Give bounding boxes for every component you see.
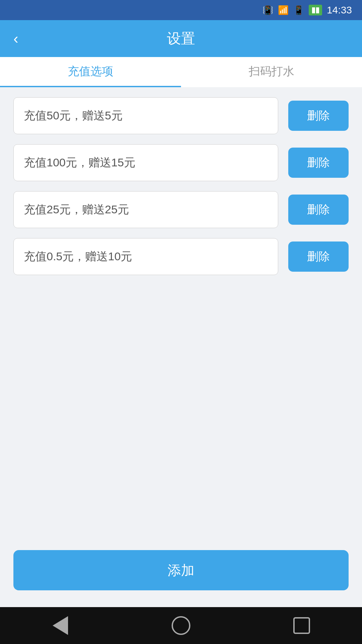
recharge-row-1: 充值50元，赠送5元 删除 bbox=[13, 97, 349, 134]
recharge-row-4: 充值0.5元，赠送10元 删除 bbox=[13, 238, 349, 275]
back-button[interactable]: ‹ bbox=[13, 31, 18, 46]
content-spacer bbox=[13, 285, 349, 540]
add-button-container: 添加 bbox=[0, 550, 362, 607]
tab-scan[interactable]: 扫码打水 bbox=[181, 57, 362, 87]
content-area: 充值50元，赠送5元 删除 充值100元，赠送15元 删除 充值25元，赠送25… bbox=[0, 87, 362, 550]
recharge-input-2[interactable]: 充值100元，赠送15元 bbox=[13, 144, 278, 181]
wifi-icon: 📶 bbox=[278, 5, 289, 15]
nav-recents-button[interactable] bbox=[290, 614, 313, 637]
nav-home-button[interactable] bbox=[169, 614, 193, 637]
bottom-nav bbox=[0, 607, 362, 644]
page-title: 设置 bbox=[167, 29, 195, 48]
recharge-input-3[interactable]: 充值25元，赠送25元 bbox=[13, 191, 278, 228]
vibrate-icon: 📳 bbox=[262, 5, 273, 15]
delete-button-4[interactable]: 删除 bbox=[288, 241, 349, 272]
recharge-input-4[interactable]: 充值0.5元，赠送10元 bbox=[13, 238, 278, 275]
tab-recharge[interactable]: 充值选项 bbox=[0, 57, 181, 87]
recents-square-icon bbox=[293, 617, 310, 634]
delete-button-2[interactable]: 删除 bbox=[288, 148, 349, 178]
sim-icon: 📱 bbox=[293, 5, 304, 15]
back-triangle-icon bbox=[53, 616, 68, 635]
status-bar: 📳 📶 📱 ▮▮ 14:33 bbox=[0, 0, 362, 20]
header: ‹ 设置 bbox=[0, 20, 362, 57]
recharge-input-1[interactable]: 充值50元，赠送5元 bbox=[13, 97, 278, 134]
status-time: 14:33 bbox=[327, 4, 352, 16]
delete-button-3[interactable]: 删除 bbox=[288, 195, 349, 225]
home-circle-icon bbox=[172, 616, 190, 635]
nav-back-button[interactable] bbox=[49, 614, 72, 637]
recharge-row-3: 充值25元，赠送25元 删除 bbox=[13, 191, 349, 228]
recharge-row-2: 充值100元，赠送15元 删除 bbox=[13, 144, 349, 181]
status-icons: 📳 📶 📱 ▮▮ 14:33 bbox=[262, 4, 352, 16]
delete-button-1[interactable]: 删除 bbox=[288, 101, 349, 131]
tabs-container: 充值选项 扫码打水 bbox=[0, 57, 362, 87]
add-button[interactable]: 添加 bbox=[13, 550, 349, 590]
battery-icon: ▮▮ bbox=[309, 5, 322, 15]
